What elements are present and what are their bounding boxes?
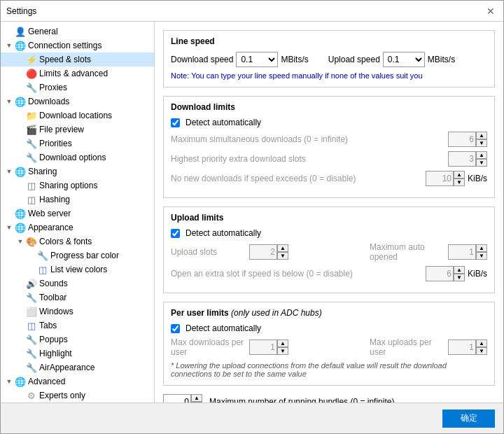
highest-priority-down[interactable]: ▼ <box>476 159 487 167</box>
label-windows: Windows <box>39 307 74 316</box>
sidebar-item-progressbar[interactable]: 🔧Progress bar color <box>1 248 154 262</box>
sidebar-item-sharoptions[interactable]: ◫Sharing options <box>1 178 154 192</box>
no-new-unit: KiB/s <box>468 174 487 183</box>
upload-speed-select[interactable]: 0.1 <box>383 52 425 67</box>
pu-ul-input[interactable] <box>448 340 476 355</box>
sidebar-item-limits[interactable]: 🔴Limits & advanced <box>1 66 154 80</box>
max-auto-spinbox: ▲ ▼ <box>448 244 487 260</box>
sidebar-item-locations[interactable]: 📁Download locations <box>1 108 154 122</box>
dl-detect-checkbox[interactable] <box>171 118 180 127</box>
extra-slot-down[interactable]: ▼ <box>454 274 465 281</box>
no-new-up[interactable]: ▲ <box>454 171 465 178</box>
expand-colors[interactable]: ▼ <box>15 236 26 247</box>
bundles-up[interactable]: ▲ <box>191 394 202 402</box>
main-content: 👤General▼🌐Connection settings ⚡Speed & s… <box>1 22 503 402</box>
expand-downloads[interactable]: ▼ <box>4 96 15 107</box>
label-priorities: Priorities <box>39 139 72 148</box>
pu-dl-down[interactable]: ▼ <box>277 347 288 355</box>
extra-slot-spinbox: ▲ ▼ <box>426 266 465 281</box>
extra-slot-up[interactable]: ▲ <box>454 266 465 274</box>
sidebar-item-toolbar[interactable]: 🔧Toolbar <box>1 290 154 304</box>
sidebar-item-listview[interactable]: ◫List view colors <box>1 262 154 276</box>
line-speed-note: Note: You can type your line speed manua… <box>171 71 487 80</box>
max-sim-input[interactable] <box>448 132 476 147</box>
label-dloptions: Download options <box>39 153 106 162</box>
no-new-input[interactable] <box>426 171 454 186</box>
sidebar-item-dloptions[interactable]: 🔧Download options <box>1 150 154 164</box>
pu-detect-row: Detect automatically <box>171 323 487 333</box>
pu-dl-input[interactable] <box>249 340 277 355</box>
icon-tabs: ◫ <box>26 320 37 331</box>
ul-slots-input[interactable] <box>249 244 277 260</box>
sidebar-item-hashing[interactable]: ◫Hashing <box>1 192 154 206</box>
sidebar-item-connection[interactable]: ▼🌐Connection settings <box>1 38 154 52</box>
ul-slots-row: Upload slots ▲ ▼ Maximum auto opened ▲ <box>171 242 487 262</box>
pu-dl-row: Max downloads per user ▲ ▼ Max uploads p… <box>171 337 487 357</box>
icon-limits: 🔴 <box>26 68 37 79</box>
icon-appearance: 🌐 <box>15 222 26 233</box>
pu-ul-spin-btns: ▲ ▼ <box>476 340 487 355</box>
max-sim-up[interactable]: ▲ <box>476 132 487 139</box>
sidebar-item-advanced[interactable]: ▼🌐Advanced <box>1 374 154 388</box>
sidebar-item-popups[interactable]: 🔧Popups <box>1 332 154 346</box>
sidebar-item-highlight[interactable]: 🔧Highlight <box>1 346 154 360</box>
bundles-input[interactable] <box>163 394 191 402</box>
sidebar-item-colors[interactable]: ▼🎨Colors & fonts <box>1 234 154 248</box>
pu-ul-up[interactable]: ▲ <box>476 340 487 347</box>
ok-button[interactable]: 确定 <box>442 410 495 428</box>
sidebar-item-tabs[interactable]: ◫Tabs <box>1 318 154 332</box>
ul-detect-label: Detect automatically <box>186 228 261 238</box>
highest-priority-up[interactable]: ▲ <box>476 151 487 159</box>
max-auto-spin-btns: ▲ ▼ <box>476 244 487 260</box>
max-auto-up[interactable]: ▲ <box>476 244 487 252</box>
expand-advanced[interactable]: ▼ <box>4 376 15 387</box>
icon-progressbar: 🔧 <box>37 250 48 261</box>
download-limits-title: Download limits <box>171 102 487 112</box>
label-sharoptions: Sharing options <box>39 181 97 190</box>
max-sim-down[interactable]: ▼ <box>476 139 487 147</box>
pu-dl-up[interactable]: ▲ <box>277 340 288 347</box>
no-new-spinbox: ▲ ▼ <box>426 171 465 186</box>
expand-sharing[interactable]: ▼ <box>4 166 15 177</box>
sidebar-item-sounds[interactable]: 🔊Sounds <box>1 276 154 290</box>
extra-slot-input[interactable] <box>426 266 454 281</box>
label-general: General <box>28 27 58 36</box>
pu-ul-down[interactable]: ▼ <box>476 347 487 355</box>
icon-priorities: 🔧 <box>26 138 37 149</box>
sidebar-item-windows[interactable]: ⬜Windows <box>1 304 154 318</box>
max-auto-down[interactable]: ▼ <box>476 252 487 260</box>
sidebar-item-proxies[interactable]: 🔧Proxies <box>1 80 154 94</box>
ul-detect-row: Detect automatically <box>171 228 487 238</box>
footer: 确定 <box>1 402 503 433</box>
pu-detect-checkbox[interactable] <box>171 324 180 333</box>
sidebar-item-webserver[interactable]: 🌐Web server <box>1 206 154 220</box>
expand-connection[interactable]: ▼ <box>4 40 15 51</box>
expand-appearance[interactable]: ▼ <box>4 222 15 233</box>
download-speed-label: Download speed <box>171 55 233 64</box>
ul-slots-down[interactable]: ▼ <box>277 252 288 260</box>
highest-priority-input[interactable] <box>448 151 476 167</box>
sidebar-item-preview[interactable]: 🎬File preview <box>1 122 154 136</box>
sidebar-item-appearance[interactable]: ▼🌐Appearance <box>1 220 154 234</box>
extra-slot-spin-btns: ▲ ▼ <box>454 266 465 281</box>
sidebar-item-airappearance[interactable]: 🔧AirAppearance <box>1 360 154 374</box>
ul-detect-checkbox[interactable] <box>171 229 180 238</box>
no-new-down[interactable]: ▼ <box>454 178 465 186</box>
pu-detect-label: Detect automatically <box>186 323 261 333</box>
sidebar-item-sharing[interactable]: ▼🌐Sharing <box>1 164 154 178</box>
sidebar-item-general[interactable]: 👤General <box>1 24 154 38</box>
max-sim-spin-btns: ▲ ▼ <box>476 132 487 147</box>
max-auto-input[interactable] <box>448 244 476 260</box>
ul-slots-up[interactable]: ▲ <box>277 244 288 252</box>
highest-priority-label: Highest priority extra download slots <box>171 154 445 164</box>
sidebar-item-downloads[interactable]: ▼🌐Downloads <box>1 94 154 108</box>
close-button[interactable]: ✕ <box>484 4 498 18</box>
ul-slots-spin-btns: ▲ ▼ <box>277 244 288 260</box>
sidebar-item-experts[interactable]: ⚙Experts only <box>1 388 154 402</box>
label-tabs: Tabs <box>39 321 57 330</box>
sidebar-item-speed[interactable]: ⚡Speed & slots <box>1 52 154 66</box>
sidebar-item-priorities[interactable]: 🔧Priorities <box>1 136 154 150</box>
label-limits: Limits & advanced <box>39 69 108 78</box>
download-speed-select[interactable]: 0.1 <box>236 52 278 67</box>
extra-slot-unit: KiB/s <box>468 269 487 279</box>
